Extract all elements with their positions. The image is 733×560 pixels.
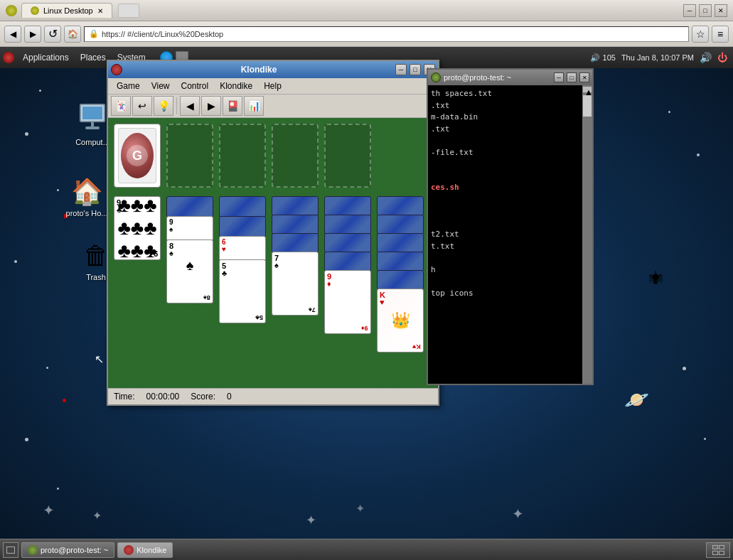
stock-pile[interactable]: G xyxy=(114,124,161,188)
star xyxy=(39,90,41,92)
klondike-game-menu[interactable]: Game xyxy=(111,80,146,92)
bottom-taskbar: proto@proto-test: ~ Klondike xyxy=(0,539,733,560)
time-label: Time: xyxy=(114,392,135,402)
terminal-line xyxy=(431,171,579,183)
playing-card[interactable]: 8 ♠ ♠ 8♠ xyxy=(166,239,213,303)
terminal-taskbar-button[interactable]: proto@proto-test: ~ xyxy=(21,542,114,558)
face-down-card[interactable] xyxy=(324,252,371,271)
playing-card[interactable]: K ♥ 👑 K♥ xyxy=(377,289,424,352)
face-down-card[interactable] xyxy=(324,196,371,216)
home-button[interactable]: 🏠 xyxy=(64,26,81,43)
foundation-4[interactable] xyxy=(324,124,371,188)
face-down-card[interactable] xyxy=(377,270,424,290)
klondike-maximize-button[interactable]: □ xyxy=(410,64,421,75)
card-column-1[interactable]: 9 ♣ 9♣ ♣♣♣♣♣♣♣♣♣ xyxy=(114,196,161,352)
score-value: 0 xyxy=(227,392,232,402)
card-suit: ♦ xyxy=(327,279,331,288)
browser-close-button[interactable]: ✕ xyxy=(715,4,727,17)
playing-card[interactable]: 9 ♠ xyxy=(166,216,213,241)
terminal-maximize-button[interactable]: □ xyxy=(567,72,577,82)
klondike-window: Klondike ─ □ ✕ Game View Control Klondik… xyxy=(107,60,439,406)
terminal-line: top icons xyxy=(431,288,579,300)
workspace-cell xyxy=(719,551,724,555)
card-face: 👑 xyxy=(391,311,410,330)
card-column-5[interactable]: 9 ♦ 9♦ xyxy=(324,196,371,352)
address-bar[interactable]: 🔒 https:// #/client/c/Linux%20Desktop xyxy=(84,26,689,42)
gnome-icon xyxy=(3,52,14,63)
browser-tab[interactable]: Linux Desktop ✕ xyxy=(21,3,112,18)
foundation-3[interactable] xyxy=(272,124,319,188)
face-down-card[interactable] xyxy=(166,196,213,217)
clock: Thu Jan 8, 10:07 PM xyxy=(621,53,694,62)
workspace-row xyxy=(712,545,724,549)
playing-card[interactable]: 6 ♥ xyxy=(219,236,266,261)
deal-button[interactable]: 🎴 xyxy=(223,96,242,116)
playing-card[interactable]: 7 ♠ 7♠ xyxy=(272,252,319,316)
terminal-body: th spaces.txt .txt m-data.bin .txt -file… xyxy=(428,85,592,384)
browser-maximize-button[interactable]: □ xyxy=(699,4,712,17)
card-game-area[interactable]: G 9 ♣ xyxy=(108,118,438,388)
star xyxy=(46,367,48,369)
time-value: 00:00:00 xyxy=(146,392,180,402)
hint-button[interactable]: 💡 xyxy=(154,96,173,116)
face-down-card[interactable] xyxy=(324,233,371,253)
bookmark-star-button[interactable]: ☆ xyxy=(692,26,709,43)
browser-menu-button[interactable]: ≡ xyxy=(712,26,729,43)
playing-card[interactable]: 9 ♦ 9♦ xyxy=(324,270,371,334)
klondike-taskbar-button[interactable]: Klondike xyxy=(117,542,173,558)
planet-decoration: 🪐 xyxy=(624,388,649,411)
face-down-card[interactable] xyxy=(272,233,319,253)
red-dot xyxy=(63,399,66,402)
klondike-klondike-menu[interactable]: Klondike xyxy=(214,80,258,92)
face-down-card[interactable] xyxy=(219,196,266,217)
terminal-close-button[interactable]: ✕ xyxy=(579,72,589,82)
tab-close-icon[interactable]: ✕ xyxy=(97,7,103,15)
scroll-up-arrow[interactable]: ▲ xyxy=(583,87,592,92)
foundation-2[interactable] xyxy=(219,124,266,188)
refresh-button[interactable]: ↺ xyxy=(44,26,61,43)
klondike-view-menu[interactable]: View xyxy=(146,80,176,92)
terminal-line: th spaces.txt xyxy=(431,88,579,100)
card-column-2[interactable]: 9 ♠ 8 ♠ ♠ 8♠ xyxy=(166,196,213,352)
applications-menu[interactable]: Applications xyxy=(17,51,75,64)
card-column-4[interactable]: 7 ♠ 7♠ xyxy=(272,196,319,352)
stats-button[interactable]: 📊 xyxy=(244,96,264,116)
terminal-line: h xyxy=(431,264,579,276)
next-button[interactable]: ▶ xyxy=(201,96,221,116)
face-down-card[interactable] xyxy=(272,196,319,216)
forward-button[interactable]: ▶ xyxy=(24,26,41,43)
back-button[interactable]: ◀ xyxy=(4,26,21,43)
face-down-card[interactable] xyxy=(219,216,266,237)
foundation-1[interactable] xyxy=(166,124,213,188)
face-down-card[interactable] xyxy=(377,233,424,253)
klondike-control-menu[interactable]: Control xyxy=(175,80,214,92)
star xyxy=(25,438,28,441)
snowflake: ✦ xyxy=(306,512,316,528)
face-down-card[interactable] xyxy=(377,196,424,216)
card-rank-bottom: 9♦ xyxy=(361,325,368,332)
places-menu[interactable]: Places xyxy=(75,51,112,64)
desktop-selector-button[interactable] xyxy=(3,542,18,558)
playing-card[interactable]: 5 ♣ 5♣ xyxy=(219,259,266,323)
prev-button[interactable]: ◀ xyxy=(180,96,200,116)
face-down-card[interactable] xyxy=(272,215,319,235)
terminal-content[interactable]: th spaces.txt .txt m-data.bin .txt -file… xyxy=(428,85,582,384)
playing-card[interactable]: 9 ♣ 9♣ ♣♣♣♣♣♣♣♣♣ xyxy=(114,196,161,260)
klondike-help-menu[interactable]: Help xyxy=(258,80,287,92)
klondike-minimize-button[interactable]: ─ xyxy=(395,64,407,75)
terminal-minimize-button[interactable]: ─ xyxy=(554,72,564,82)
face-down-card[interactable] xyxy=(324,215,371,235)
score-label: Score: xyxy=(191,392,215,402)
terminal-scrollbar[interactable]: ▲ xyxy=(582,85,592,384)
snowflake: ✦ xyxy=(512,505,524,522)
card-column-6[interactable]: K ♥ 👑 K♥ xyxy=(377,196,424,352)
card-columns: 9 ♣ 9♣ ♣♣♣♣♣♣♣♣♣ 9 ♠ xyxy=(114,196,432,352)
workspace-button[interactable] xyxy=(706,542,730,558)
scroll-thumb[interactable] xyxy=(583,95,592,117)
card-column-3[interactable]: 6 ♥ 5 ♣ 5♣ xyxy=(219,196,266,352)
browser-minimize-button[interactable]: ─ xyxy=(683,4,696,17)
face-down-card[interactable] xyxy=(377,215,424,235)
face-down-card[interactable] xyxy=(377,252,424,271)
undo-button[interactable]: ↩ xyxy=(132,96,152,116)
new-game-button[interactable]: 🃏 xyxy=(111,96,131,116)
